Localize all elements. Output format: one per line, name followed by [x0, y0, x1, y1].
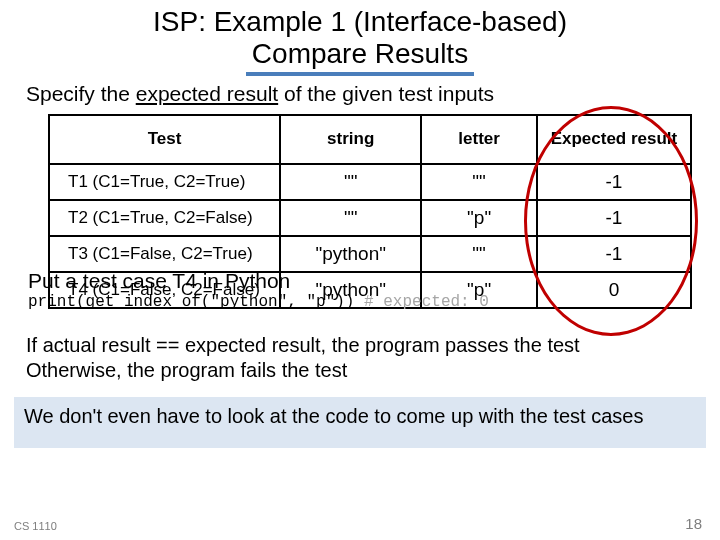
title-line-2: Compare Results — [246, 38, 474, 76]
overlay-area: Put a test case T4 in Python print(get_i… — [28, 263, 692, 323]
body-line-2: Otherwise, the program fails the test — [26, 358, 694, 383]
col-expected: Expected result — [537, 115, 691, 164]
table-header-row: Test string letter Expected result — [49, 115, 691, 164]
cell-name: T1 (C1=True, C2=True) — [49, 164, 280, 200]
cell-expected: -1 — [537, 200, 691, 236]
code-line: print(get_index_of("python", "p")) # exp… — [28, 293, 489, 311]
cell-string: "" — [280, 164, 421, 200]
cell-letter: "" — [421, 164, 537, 200]
footer-page: 18 — [685, 515, 702, 532]
body-text: If actual result == expected result, the… — [0, 323, 720, 383]
banner: We don't even have to look at the code t… — [14, 397, 706, 448]
col-letter: letter — [421, 115, 537, 164]
subtitle-post: of the given test inputs — [278, 82, 494, 105]
subtitle: Specify the expected result of the given… — [0, 76, 720, 114]
put-text: Put a test case T4 in Python — [28, 269, 290, 293]
cell-name: T2 (C1=True, C2=False) — [49, 200, 280, 236]
code-comment: # expected: 0 — [364, 293, 489, 311]
cell-expected: -1 — [537, 164, 691, 200]
table-row: T2 (C1=True, C2=False) "" "p" -1 — [49, 200, 691, 236]
col-string: string — [280, 115, 421, 164]
subtitle-underline: expected result — [136, 82, 278, 105]
col-test: Test — [49, 115, 280, 164]
footer-course: CS 1110 — [14, 520, 57, 532]
cell-letter: "p" — [421, 200, 537, 236]
code-call: print(get_index_of("python", "p")) — [28, 293, 364, 311]
cell-string: "" — [280, 200, 421, 236]
title-line-1: ISP: Example 1 (Interface-based) — [0, 6, 720, 38]
subtitle-pre: Specify the — [26, 82, 136, 105]
table-row: T1 (C1=True, C2=True) "" "" -1 — [49, 164, 691, 200]
body-line-1: If actual result == expected result, the… — [26, 333, 694, 358]
slide-title: ISP: Example 1 (Interface-based) Compare… — [0, 0, 720, 76]
slide: ISP: Example 1 (Interface-based) Compare… — [0, 0, 720, 540]
